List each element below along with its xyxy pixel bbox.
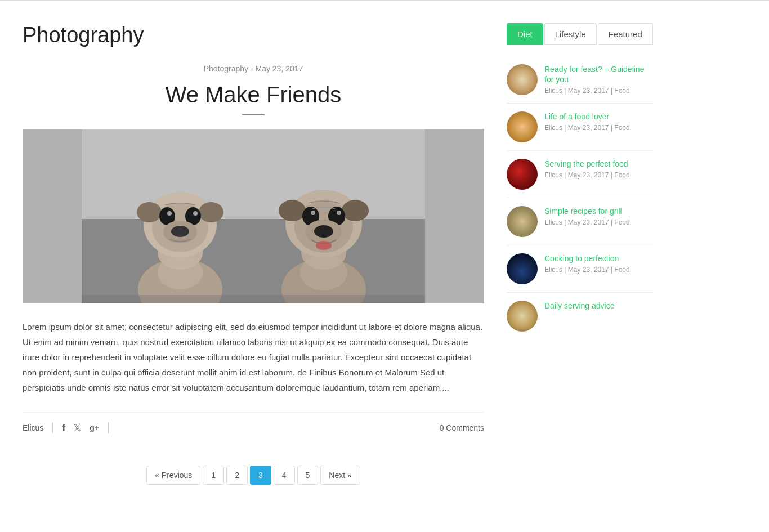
article-title: We Make Friends (23, 82, 484, 108)
svg-point-11 (167, 211, 172, 216)
sidebar-item-info-5: Cooking to perfection Elicus | May 23, 2… (544, 253, 653, 274)
article-meta: Photography - May 23, 2017 (23, 64, 484, 73)
svg-rect-2 (82, 219, 425, 303)
article-image (23, 129, 484, 303)
sidebar-item-info-6: Daily serving advice (544, 301, 653, 313)
tab-diet[interactable]: Diet (507, 23, 543, 45)
sidebar-thumb-3 (507, 159, 538, 190)
title-underline (242, 114, 265, 115)
tab-lifestyle[interactable]: Lifestyle (544, 23, 597, 45)
sidebar-item-meta-1: Elicus | May 23, 2017 | Food (544, 87, 653, 95)
svg-point-22 (279, 200, 306, 221)
sidebar-thumb-4 (507, 206, 538, 237)
page-1-button[interactable]: 1 (203, 466, 224, 485)
svg-rect-1 (82, 129, 425, 219)
sidebar-item-info-4: Simple recipes for grill Elicus | May 23… (544, 206, 653, 226)
sidebar-tabs: Diet Lifestyle Featured (507, 23, 653, 45)
sidebar-item-title-5[interactable]: Cooking to perfection (544, 253, 653, 263)
article-body: Lorem ipsum dolor sit amet, consectetur … (23, 319, 484, 395)
facebook-icon[interactable]: f (62, 422, 65, 434)
sidebar-thumb-2 (507, 111, 538, 142)
pagination: « Previous 1 2 3 4 5 Next » (23, 466, 484, 485)
sidebar-item-info-2: Life of a food lover Elicus | May 23, 20… (544, 111, 653, 132)
sidebar-item-info-1: Ready for feast? – Guideline for you Eli… (544, 64, 653, 95)
svg-rect-34 (82, 295, 425, 303)
svg-point-23 (342, 200, 369, 221)
sidebar-list: Ready for feast? – Guideline for you Eli… (507, 56, 653, 339)
sidebar-item-meta-2: Elicus | May 23, 2017 | Food (544, 124, 653, 132)
page-2-button[interactable]: 2 (226, 466, 248, 485)
sidebar-item-title-4[interactable]: Simple recipes for grill (544, 206, 653, 216)
svg-point-27 (337, 211, 341, 215)
svg-point-14 (171, 226, 189, 237)
social-icons: f 𝕏 g+ (62, 422, 99, 434)
twitter-icon[interactable]: 𝕏 (73, 422, 82, 434)
page-wrapper: Photography Photography - May 23, 2017 W… (0, 12, 769, 518)
svg-point-8 (199, 202, 223, 222)
sidebar-item-meta-3: Elicus | May 23, 2017 | Food (544, 171, 653, 179)
sidebar-item-meta-4: Elicus | May 23, 2017 | Food (544, 218, 653, 226)
svg-point-29 (314, 225, 333, 238)
list-item: Cooking to perfection Elicus | May 23, 2… (507, 245, 653, 293)
sidebar-item-meta-5: Elicus | May 23, 2017 | Food (544, 266, 653, 274)
top-divider (0, 0, 769, 1)
sidebar-item-info-3: Serving the perfect food Elicus | May 23… (544, 159, 653, 179)
next-page-button[interactable]: Next » (320, 466, 360, 485)
list-item: Daily serving advice (507, 293, 653, 339)
svg-point-30 (316, 241, 332, 250)
sidebar-item-title-2[interactable]: Life of a food lover (544, 111, 653, 122)
sidebar-thumb-1 (507, 64, 538, 95)
page-5-button[interactable]: 5 (297, 466, 319, 485)
sidebar: Diet Lifestyle Featured Ready for feast?… (507, 23, 653, 507)
svg-point-7 (137, 202, 162, 222)
sidebar-thumb-6 (507, 301, 538, 332)
svg-point-26 (311, 211, 315, 215)
sidebar-thumb-5 (507, 253, 538, 284)
svg-point-17 (158, 256, 203, 289)
tab-featured[interactable]: Featured (598, 23, 653, 45)
sidebar-item-title-1[interactable]: Ready for feast? – Guideline for you (544, 64, 653, 84)
footer-divider-right (108, 422, 109, 433)
footer-divider-left (52, 422, 53, 433)
list-item: Serving the perfect food Elicus | May 23… (507, 151, 653, 198)
googleplus-icon[interactable]: g+ (90, 423, 99, 432)
author-name: Elicus (23, 423, 43, 432)
sidebar-item-title-3[interactable]: Serving the perfect food (544, 159, 653, 169)
sidebar-item-title-6[interactable]: Daily serving advice (544, 301, 653, 311)
page-title: Photography (23, 23, 484, 47)
page-4-button[interactable]: 4 (274, 466, 295, 485)
list-item: Simple recipes for grill Elicus | May 23… (507, 198, 653, 245)
list-item: Ready for feast? – Guideline for you Eli… (507, 56, 653, 104)
page-3-button[interactable]: 3 (250, 466, 271, 485)
main-content: Photography Photography - May 23, 2017 W… (23, 23, 484, 507)
list-item: Life of a food lover Elicus | May 23, 20… (507, 104, 653, 151)
svg-point-33 (300, 254, 347, 290)
svg-point-12 (193, 211, 198, 216)
article-footer: Elicus f 𝕏 g+ 0 Comments (23, 412, 484, 443)
comments-count: 0 Comments (440, 423, 484, 432)
prev-page-button[interactable]: « Previous (146, 466, 200, 485)
